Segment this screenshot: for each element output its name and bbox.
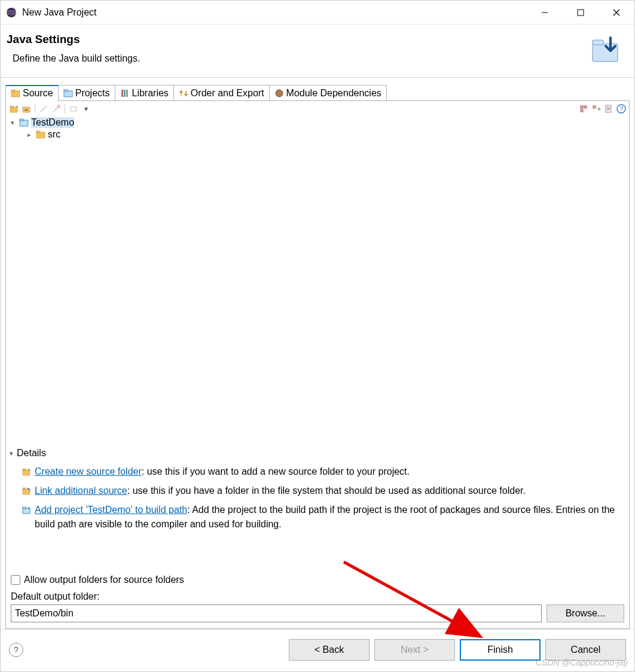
allow-output-folders-label[interactable]: Allow output folders for source folders (24, 575, 184, 585)
dropdown-icon[interactable]: ▾ (81, 103, 91, 114)
titlebar: New Java Project (1, 1, 634, 25)
details-section: ▾ Details + Create new source folder: us… (8, 445, 627, 534)
svg-rect-23 (581, 106, 583, 108)
svg-rect-18 (10, 106, 13, 108)
edit-button[interactable] (38, 103, 49, 114)
svg-rect-14 (124, 90, 126, 97)
create-source-folder-link[interactable]: Create new source folder (35, 466, 142, 476)
tab-bar: Source Projects Libraries Order and Expo… (5, 85, 630, 101)
next-button[interactable]: Next > (374, 639, 455, 661)
default-output-label: Default output folder: (8, 588, 627, 603)
tab-module-dependencies[interactable]: Module Dependencies (269, 85, 387, 100)
default-output-row: Browse... (8, 603, 627, 624)
tab-source[interactable]: Source (5, 85, 59, 100)
clear-button[interactable] (603, 103, 614, 114)
link-additional-source-link[interactable]: Link additional source (35, 485, 127, 496)
projects-icon (63, 88, 73, 98)
minimize-button[interactable] (527, 1, 563, 24)
close-button[interactable] (599, 1, 634, 24)
detail-create-source-folder: + Create new source folder: use this if … (10, 462, 625, 481)
svg-rect-8 (593, 40, 603, 45)
allow-output-folders-row: Allow output folders for source folders (8, 570, 627, 588)
tree-src-folder[interactable]: ▸ src (8, 129, 627, 140)
chevron-right-icon[interactable]: ▸ (25, 131, 33, 139)
remove-button[interactable] (51, 103, 62, 114)
svg-text:+: + (16, 104, 19, 109)
module-icon (274, 88, 284, 98)
svg-point-21 (57, 105, 60, 108)
svg-text:+: + (28, 505, 30, 511)
detail-text: : use this if you want to add a new sour… (142, 466, 410, 476)
tab-order-export[interactable]: Order and Export (173, 85, 270, 100)
details-toggle[interactable]: ▾ Details (10, 448, 625, 459)
watermark: CSDN @Cappuccino-jay (536, 658, 628, 667)
svg-text:+: + (28, 467, 30, 473)
help-button[interactable]: ? (9, 643, 23, 657)
svg-rect-12 (64, 90, 68, 91)
libraries-icon (120, 88, 130, 98)
expand-all-button[interactable] (578, 103, 589, 114)
source-toolbar: + ▾ + ? (8, 102, 627, 115)
browse-button[interactable]: Browse... (547, 604, 624, 622)
new-source-folder-button[interactable]: + (8, 103, 19, 114)
svg-rect-9 (11, 91, 20, 97)
order-export-icon (179, 88, 188, 98)
svg-rect-36 (36, 131, 40, 133)
toggle-button[interactable] (68, 103, 79, 114)
tree-project-root[interactable]: ▾ TestDemo (8, 117, 627, 129)
tab-libraries[interactable]: Libraries (115, 85, 174, 100)
svg-rect-13 (121, 90, 123, 97)
svg-rect-10 (11, 90, 15, 91)
toolbar-separator (65, 104, 65, 114)
maximize-button[interactable] (563, 1, 599, 24)
svg-rect-24 (584, 106, 587, 108)
wizard-banner-icon (587, 33, 625, 66)
tab-projects[interactable]: Projects (58, 85, 115, 100)
page-description: Define the Java build settings. (7, 53, 587, 64)
svg-rect-26 (593, 106, 596, 108)
svg-text:+: + (597, 106, 601, 112)
tab-label: Projects (75, 88, 110, 99)
svg-rect-35 (36, 132, 45, 138)
chevron-down-icon: ▾ (10, 450, 13, 457)
source-folder-icon (11, 88, 20, 98)
back-button[interactable]: < Back (289, 639, 370, 661)
tab-label: Source (23, 88, 53, 99)
window-title: New Java Project (22, 7, 527, 18)
link-source-button[interactable] (21, 103, 32, 114)
details-heading: Details (17, 448, 46, 459)
tree-label: src (48, 129, 60, 140)
link-source-icon (22, 485, 31, 495)
source-folder-icon (36, 130, 45, 139)
svg-rect-22 (71, 107, 77, 111)
source-tree[interactable]: ▾ TestDemo ▸ src (8, 115, 627, 445)
svg-rect-34 (20, 119, 23, 121)
new-source-folder-icon: + (22, 466, 31, 476)
allow-output-folders-checkbox[interactable] (11, 575, 20, 585)
wizard-header: Java Settings Define the Java build sett… (1, 25, 634, 78)
eclipse-icon (5, 7, 17, 19)
chevron-down-icon[interactable]: ▾ (8, 119, 17, 127)
svg-rect-41 (23, 488, 26, 490)
tree-label: TestDemo (31, 117, 74, 128)
svg-point-2 (8, 10, 14, 16)
detail-text: : use this if you have a folder in the f… (127, 485, 526, 496)
help-icon[interactable]: ? (616, 103, 627, 114)
add-project-buildpath-link[interactable]: Add project 'TestDemo' to build path (35, 505, 187, 515)
svg-rect-38 (23, 469, 26, 471)
collapse-all-button[interactable]: + (591, 103, 602, 114)
svg-point-16 (276, 90, 283, 97)
toolbar-separator (35, 104, 35, 114)
tab-label: Libraries (132, 88, 169, 99)
finish-button[interactable]: Finish (460, 639, 541, 661)
svg-rect-25 (581, 109, 583, 112)
default-output-input[interactable] (11, 604, 542, 622)
svg-rect-43 (23, 507, 26, 509)
page-title: Java Settings (7, 33, 587, 46)
svg-rect-4 (578, 10, 584, 16)
add-project-icon: + (22, 505, 31, 514)
detail-link-additional-source: Link additional source: use this if you … (10, 481, 625, 500)
svg-rect-15 (126, 90, 128, 97)
project-icon (19, 118, 29, 127)
svg-text:?: ? (620, 106, 624, 112)
